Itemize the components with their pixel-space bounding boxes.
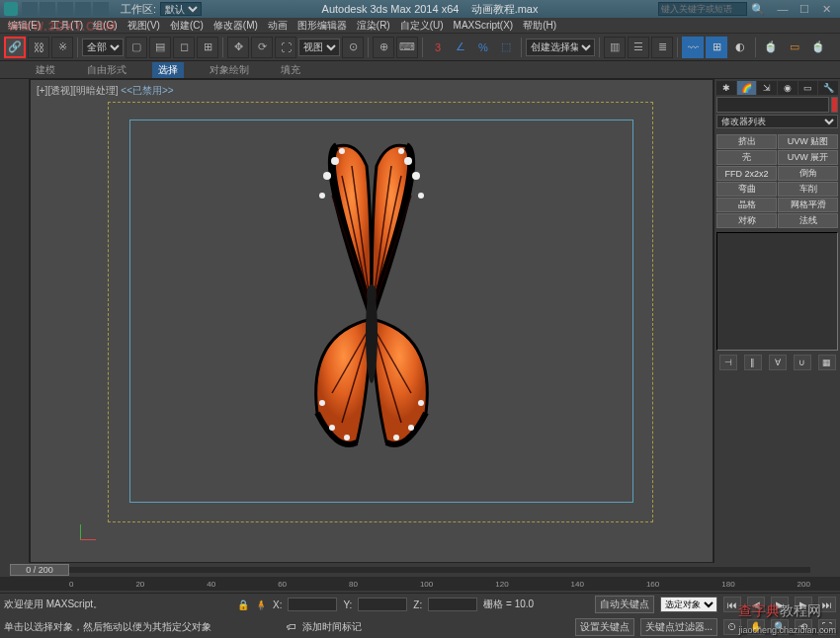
menu-render[interactable]: 渲染(R)	[353, 19, 394, 33]
menu-customize[interactable]: 自定义(U)	[396, 19, 448, 33]
modifier-stack[interactable]	[716, 232, 838, 351]
modify-tab-icon[interactable]: 🌈	[737, 81, 757, 95]
qat-save-icon[interactable]	[57, 2, 73, 16]
maximize-button[interactable]: ☐	[795, 2, 814, 16]
bind-spacewarp-button[interactable]: ※	[51, 37, 73, 58]
time-slider-track[interactable]: 0 / 200	[0, 563, 840, 577]
lock-icon[interactable]: 🔒	[237, 599, 249, 610]
percent-snap-button[interactable]: %	[472, 37, 494, 58]
mod-lathe[interactable]: 车削	[778, 182, 838, 197]
object-color-swatch[interactable]	[831, 97, 838, 113]
pin-stack-icon[interactable]: ⊣	[719, 355, 737, 370]
ribbon-tab-populate[interactable]: 填充	[275, 62, 306, 78]
menu-view[interactable]: 视图(V)	[124, 19, 164, 33]
snap-toggle-button[interactable]: 3	[427, 37, 449, 58]
window-crossing-button[interactable]: ⊞	[197, 37, 218, 58]
mod-ffd[interactable]: FFD 2x2x2	[716, 166, 777, 181]
ribbon-tab-modeling[interactable]: 建模	[30, 62, 61, 78]
setkey-button[interactable]: 设置关键点	[575, 618, 634, 636]
display-tab-icon[interactable]: ▭	[798, 81, 818, 95]
coord-z-input[interactable]	[428, 598, 477, 611]
link-tool-button[interactable]: 🔗	[4, 37, 26, 58]
create-tab-icon[interactable]: ✱	[716, 81, 736, 95]
menu-help[interactable]: 帮助(H)	[519, 19, 560, 33]
time-slider-handle[interactable]: 0 / 200	[10, 564, 69, 576]
align-button[interactable]: ☰	[628, 37, 649, 58]
mod-uvwmap[interactable]: UVW 贴图	[778, 134, 838, 149]
utilities-tab-icon[interactable]: 🔧	[818, 81, 838, 95]
qat-open-icon[interactable]	[40, 2, 55, 16]
material-editor-button[interactable]: ◐	[729, 37, 751, 58]
render-frame-button[interactable]: ▭	[784, 37, 805, 58]
coord-display-icon[interactable]: 🧍	[255, 599, 267, 610]
rotate-tool-button[interactable]: ⟳	[251, 37, 273, 58]
select-name-button[interactable]: ▤	[149, 37, 171, 58]
qat-undo-icon[interactable]	[75, 2, 91, 16]
key-target-dropdown[interactable]: 选定对象	[660, 597, 717, 612]
menu-tools[interactable]: 工具(T)	[46, 19, 87, 33]
qat-redo-icon[interactable]	[93, 2, 109, 16]
menu-group[interactable]: 组(G)	[89, 19, 121, 33]
named-selset-dropdown[interactable]: 创建选择集	[526, 39, 595, 56]
mod-symmetry[interactable]: 对称	[716, 213, 777, 228]
time-tag-icon[interactable]: 🏷	[287, 621, 296, 632]
object-name-field[interactable]	[716, 97, 829, 113]
spinner-snap-button[interactable]: ⬚	[495, 37, 517, 58]
menu-maxscript[interactable]: MAXScript(X)	[450, 20, 518, 31]
close-button[interactable]: ✕	[816, 2, 836, 16]
mod-bevel[interactable]: 倒角	[778, 166, 838, 181]
scale-tool-button[interactable]: ⛶	[275, 37, 296, 58]
mod-shell[interactable]: 壳	[716, 150, 777, 165]
search-icon[interactable]: 🔍	[751, 3, 765, 16]
butterfly-model[interactable]	[248, 136, 495, 472]
mod-meshsmooth[interactable]: 网格平滑	[778, 198, 838, 212]
help-search-input[interactable]	[658, 2, 747, 16]
mod-unwrap[interactable]: UVW 展开	[778, 150, 838, 165]
render-setup-button[interactable]: 🍵	[760, 37, 782, 58]
ref-coord-dropdown[interactable]: 视图	[298, 39, 340, 56]
select-region-button[interactable]: ◻	[173, 37, 195, 58]
menu-edit[interactable]: 编辑(E)	[4, 19, 44, 33]
coord-x-input[interactable]	[288, 598, 337, 611]
qat-new-icon[interactable]	[22, 2, 38, 16]
ribbon-tab-freeform[interactable]: 自由形式	[81, 62, 132, 78]
remove-mod-icon[interactable]: ∪	[794, 355, 811, 370]
viewport-label[interactable]: [+][透视][明暗处理] <<已禁用>>	[37, 84, 174, 98]
manipulate-button[interactable]: ⊕	[373, 37, 394, 58]
select-object-button[interactable]: ▢	[126, 37, 147, 58]
make-unique-icon[interactable]: ∀	[769, 355, 787, 370]
motion-tab-icon[interactable]: ◉	[778, 81, 798, 95]
menu-graph[interactable]: 图形编辑器	[294, 19, 351, 33]
angle-snap-button[interactable]: ∠	[450, 37, 471, 58]
add-time-tag[interactable]: 添加时间标记	[302, 620, 362, 634]
pivot-center-button[interactable]: ⊙	[342, 37, 364, 58]
coord-y-input[interactable]	[358, 598, 407, 611]
menu-create[interactable]: 创建(C)	[166, 19, 208, 33]
show-result-icon[interactable]: ‖	[744, 355, 762, 370]
mod-lattice[interactable]: 晶格	[716, 198, 777, 212]
hierarchy-tab-icon[interactable]: ⇲	[757, 81, 777, 95]
configure-sets-icon[interactable]: ▦	[818, 355, 836, 370]
move-tool-button[interactable]: ✥	[227, 37, 249, 58]
time-ruler[interactable]: 0 20 40 60 80 100 120 140 160 180 200	[0, 577, 840, 591]
curve-editor-button[interactable]: 〰	[682, 37, 704, 58]
schematic-view-button[interactable]: ⊞	[706, 37, 727, 58]
keyboard-shortcut-button[interactable]: ⌨	[396, 37, 418, 58]
ribbon-tab-selection[interactable]: 选择	[152, 62, 184, 78]
viewport[interactable]: [+][透视][明暗处理] <<已禁用>>	[30, 79, 714, 563]
mod-normal[interactable]: 法线	[778, 213, 838, 228]
mod-bend[interactable]: 弯曲	[716, 182, 777, 197]
menu-modifiers[interactable]: 修改器(M)	[210, 19, 262, 33]
ribbon-tab-objectpaint[interactable]: 对象绘制	[204, 62, 255, 78]
menu-animation[interactable]: 动画	[264, 19, 292, 33]
autokey-button[interactable]: 自动关键点	[595, 596, 654, 613]
mod-extrude[interactable]: 挤出	[716, 134, 777, 149]
modifier-list-dropdown[interactable]: 修改器列表	[716, 115, 838, 128]
selection-filter-dropdown[interactable]: 全部	[82, 39, 124, 56]
render-button[interactable]: 🍵	[807, 37, 829, 58]
workspace-dropdown[interactable]: 默认	[160, 2, 202, 16]
unlink-tool-button[interactable]: ⛓	[28, 37, 49, 58]
mirror-button[interactable]: ▥	[604, 37, 626, 58]
key-filters-button[interactable]: 关键点过滤器...	[640, 618, 717, 636]
layers-button[interactable]: ≣	[651, 37, 673, 58]
